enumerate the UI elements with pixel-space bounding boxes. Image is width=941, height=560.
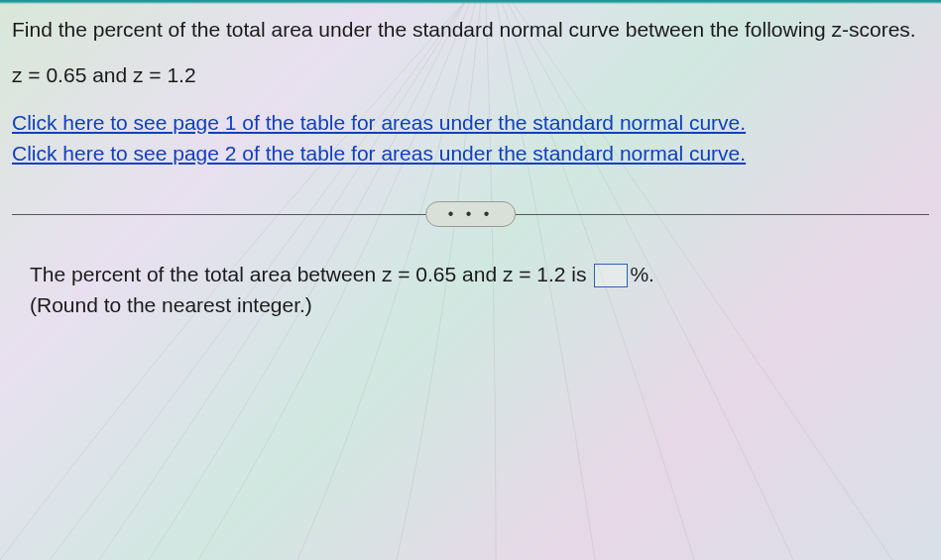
answer-prefix-text: The percent of the total area between z … [30, 263, 592, 285]
answer-input-box[interactable] [594, 264, 628, 287]
divider-row: • • • [12, 199, 929, 229]
answer-block: The percent of the total area between z … [12, 259, 929, 321]
z-score-values: z = 0.65 and z = 1.2 [12, 63, 929, 87]
content-area: Find the percent of the total area under… [0, 4, 941, 331]
rounding-hint: (Round to the nearest integer.) [30, 289, 929, 321]
expand-dots-button[interactable]: • • • [425, 201, 517, 227]
answer-suffix-text: %. [630, 263, 654, 285]
table-page-2-link[interactable]: Click here to see page 2 of the table fo… [12, 142, 746, 165]
table-links-block: Click here to see page 1 of the table fo… [12, 107, 929, 169]
question-prompt: Find the percent of the total area under… [12, 14, 929, 46]
table-page-1-link[interactable]: Click here to see page 1 of the table fo… [12, 111, 746, 134]
